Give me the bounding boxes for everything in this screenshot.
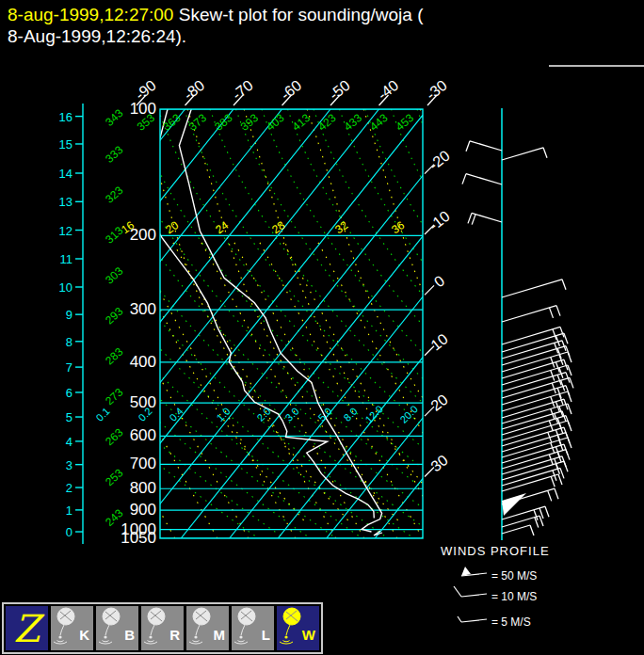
theta-top-label: 363 xyxy=(160,111,184,134)
toolbar-button-r[interactable]: R xyxy=(141,606,184,650)
wind-barb-tick xyxy=(568,438,572,448)
theta-left-label: 293 xyxy=(103,305,125,328)
dry-adiabat-line xyxy=(392,109,644,538)
wind-barb-tick xyxy=(548,490,552,501)
balloon-icon xyxy=(232,606,260,647)
pressure-label: 700 xyxy=(130,455,156,472)
dry-adiabat-line xyxy=(29,109,414,538)
height-label: 2 xyxy=(66,481,72,495)
wind-barb-tick xyxy=(566,450,570,460)
dry-adiabat-line xyxy=(340,109,644,538)
wind-barb-tick xyxy=(568,391,572,402)
skewt-plot: 1002003004005006007008009001000105001234… xyxy=(0,0,644,655)
theta-top-label: 403 xyxy=(264,111,287,134)
dry-adiabat-line xyxy=(106,109,491,538)
toolbar: ZKBRMLW xyxy=(2,602,323,654)
isotherm-line xyxy=(0,109,185,538)
legend-full-barb-glyph xyxy=(454,586,461,597)
wind-barb-tick xyxy=(568,404,572,414)
height-label: 0 xyxy=(66,525,72,539)
theta-left-label: 283 xyxy=(103,344,125,367)
wind-barb-stem xyxy=(502,525,530,534)
moist-adiabat-line xyxy=(93,109,306,523)
dry-adiabat-line xyxy=(0,109,259,538)
plot-border xyxy=(160,109,423,538)
theta-top-label: 393 xyxy=(238,111,262,134)
theta-left-label: 323 xyxy=(103,184,125,206)
legend-half-barb-glyph xyxy=(458,616,461,622)
height-label: 16 xyxy=(59,110,72,124)
moist-adiabat-label: 28 xyxy=(269,218,287,236)
pressure-label: 1050 xyxy=(121,529,156,547)
top-temp-label: -50 xyxy=(326,77,353,104)
isotherm-line xyxy=(84,109,427,538)
mixing-ratio-label: 8.0 xyxy=(342,406,360,423)
mixing-ratio-line xyxy=(257,237,423,538)
dry-adiabat-line xyxy=(0,109,284,538)
wind-barb-tick xyxy=(568,352,572,362)
wind-barb-flag xyxy=(502,493,526,516)
wind-barb-tick xyxy=(468,213,472,223)
balloon-icon xyxy=(96,606,124,647)
isotherm-line xyxy=(0,109,89,538)
wind-barb-tick xyxy=(543,148,547,158)
toolbar-button-label: K xyxy=(79,627,89,643)
toolbar-button-label: M xyxy=(214,627,226,643)
wind-barb-stem xyxy=(470,141,502,151)
toolbar-button-b[interactable]: B xyxy=(96,606,138,650)
wind-barb-tick xyxy=(556,306,560,316)
height-label: 1 xyxy=(66,503,72,518)
theta-left-label: 333 xyxy=(103,143,125,166)
wind-barb-tick xyxy=(462,174,466,184)
wind-barb-tick xyxy=(564,461,568,471)
height-label: 10 xyxy=(59,280,72,295)
top-temp-label: -60 xyxy=(278,77,305,104)
theta-top-label: 453 xyxy=(394,111,417,134)
theta-left-label: 253 xyxy=(103,466,125,488)
height-label: 11 xyxy=(60,252,73,266)
theta-top-label: 413 xyxy=(290,111,314,134)
isotherm-line xyxy=(181,109,524,538)
height-label: 4 xyxy=(66,435,72,449)
theta-top-label: 383 xyxy=(212,111,235,134)
isotherm-line xyxy=(0,109,40,538)
dry-adiabat-line xyxy=(133,109,518,538)
dry-adiabat-line xyxy=(288,109,644,538)
wind-barb-tick xyxy=(570,377,573,388)
height-label: 7 xyxy=(66,360,72,375)
plot-grid-group xyxy=(0,109,644,538)
toolbar-button-k[interactable]: K xyxy=(51,606,93,650)
dry-adiabat-line xyxy=(417,109,644,538)
height-label: 5 xyxy=(66,410,72,424)
wind-barb-tick xyxy=(545,506,549,517)
theta-left-label: 263 xyxy=(103,425,125,448)
wind-barb-stem xyxy=(472,213,502,222)
wind-barb-tick xyxy=(560,468,564,478)
toolbar-button-label: W xyxy=(302,627,315,643)
pressure-label: 600 xyxy=(130,426,156,444)
wind-barb-tick xyxy=(530,525,534,535)
top-temp-label: -70 xyxy=(229,77,256,104)
wind-barb-tick xyxy=(560,327,564,337)
dry-adiabat-line xyxy=(0,109,362,538)
toolbar-button-w[interactable]: W xyxy=(277,606,319,650)
wind-barb-tick xyxy=(551,476,555,487)
height-label: 8 xyxy=(66,335,72,349)
toolbar-button-m[interactable]: M xyxy=(186,606,229,650)
dry-adiabat-line xyxy=(262,109,644,538)
winds-profile-title: WINDS PROFILE xyxy=(441,544,550,558)
pressure-label: 400 xyxy=(130,353,156,371)
app-window: 8-aug-1999,12:27:00 Skew-t plot for soun… xyxy=(0,0,644,655)
theta-top-label: 433 xyxy=(342,111,365,134)
height-label: 12 xyxy=(59,224,72,238)
legend-label: = 50 M/S xyxy=(491,569,537,583)
toolbar-button-z[interactable]: Z xyxy=(6,606,48,650)
mixing-ratio-line xyxy=(199,237,364,538)
toolbar-button-label: R xyxy=(169,627,180,643)
dry-adiabat-line xyxy=(236,109,621,538)
top-temp-label: -30 xyxy=(423,77,450,104)
wind-barb-tick xyxy=(558,474,562,485)
balloon-icon xyxy=(141,606,169,647)
right-temp-label: 10 xyxy=(427,330,451,353)
toolbar-button-l[interactable]: L xyxy=(232,606,274,650)
